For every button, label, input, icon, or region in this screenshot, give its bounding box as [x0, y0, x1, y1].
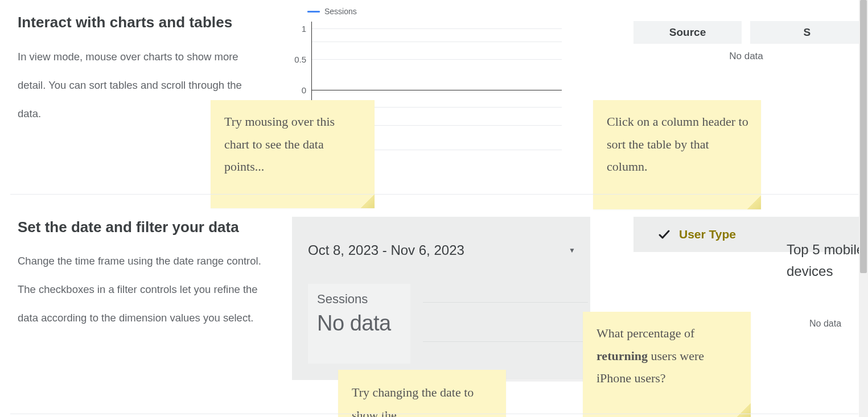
check-icon [657, 228, 671, 241]
sticky-note-sort: Click on a column header to sort the tab… [593, 100, 761, 209]
section-interact-title: Interact with charts and tables [18, 14, 232, 31]
ytick-0-5: 0.5 [294, 55, 306, 64]
section-divider [10, 194, 858, 195]
date-range-control[interactable]: Oct 8, 2023 - Nov 6, 2023 ▼ [308, 242, 575, 258]
caret-down-icon: ▼ [569, 246, 575, 254]
legend-label: Sessions [324, 7, 357, 16]
scrollbar-thumb[interactable] [860, 0, 867, 273]
legend-swatch-sessions [307, 11, 320, 13]
sessions-scorecard[interactable]: Sessions No data [308, 284, 410, 364]
table-header-row: Source S [633, 13, 859, 44]
date-range-value: Oct 8, 2023 - Nov 6, 2023 [308, 242, 464, 258]
sticky4-pre: What percentage of [597, 326, 694, 340]
sticky4-bold: returning [597, 349, 648, 363]
table-no-data: No data [633, 44, 859, 69]
ytick-0: 0 [302, 85, 306, 95]
sticky-note-returning-users: What percentage of returning users were … [583, 312, 751, 417]
column-header-secondary[interactable]: S [750, 21, 864, 44]
sticky-note-mouseover: Try mousing over this chart to see the d… [211, 100, 375, 208]
chart-y-axis: 1 0.5 0 [290, 23, 306, 97]
column-header-source[interactable]: Source [633, 21, 742, 44]
section-filter-body: Change the time frame using the date ran… [18, 247, 268, 332]
top5-mobile-title: Top 5 mobile devices [787, 239, 868, 283]
scorecard-label: Sessions [317, 292, 401, 307]
date-scorecard-panel: Oct 8, 2023 - Nov 6, 2023 ▼ Sessions No … [292, 217, 590, 380]
vertical-scrollbar[interactable] [859, 0, 868, 417]
chart-legend: Sessions [307, 7, 357, 16]
sticky-note-change-date: Try changing the date to show the [338, 370, 506, 417]
section-divider-bottom [10, 414, 858, 414]
filter-label: User Type [679, 228, 736, 241]
ytick-1: 1 [302, 24, 306, 34]
section-filter-title: Set the date and filter your data [18, 218, 239, 236]
top5-no-data: No data [809, 319, 841, 329]
scorecard-value: No data [317, 311, 401, 336]
